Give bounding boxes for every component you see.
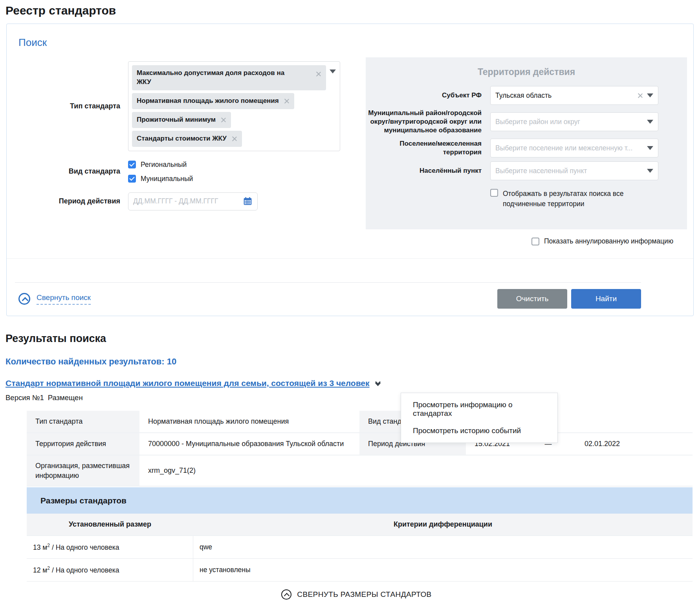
result-actions-menu: Просмотреть информацию о стандартах Прос… bbox=[401, 393, 558, 443]
type-tag: Максимально допустимая доля расходов на … bbox=[132, 65, 326, 90]
chevron-down-icon[interactable] bbox=[647, 120, 653, 124]
search-section-title: Поиск bbox=[18, 37, 47, 49]
district-select[interactable]: Выберите район или округ bbox=[490, 112, 658, 131]
collapse-search-link[interactable]: Свернуть поиск bbox=[18, 293, 91, 305]
result-header-row: Стандарт нормативной площади жилого поме… bbox=[5, 379, 700, 388]
settlement-placeholder: Выберите поселение или межселенную т... bbox=[495, 144, 643, 152]
standard-type-label: Тип стандарта bbox=[14, 102, 120, 111]
menu-item-view-event-history[interactable]: Просмотреть историю событий bbox=[401, 422, 557, 439]
type-tag: Стандарты стоимости ЖКУ bbox=[132, 131, 242, 147]
collapse-sizes-link[interactable]: СВЕРНУТЬ РАЗМЕРЫ СТАНДАРТОВ bbox=[27, 589, 686, 600]
info-type-value: Нормативная площадь жилого помещения bbox=[139, 411, 359, 433]
checkbox-regional[interactable]: Региональный bbox=[128, 161, 193, 169]
results-title: Результаты поиска bbox=[5, 333, 700, 345]
settlement-select[interactable]: Выберите поселение или межселенную т... bbox=[490, 139, 658, 157]
subject-select[interactable]: Тульская область bbox=[490, 86, 658, 105]
subject-label: Субъект РФ bbox=[366, 91, 482, 100]
divider bbox=[15, 282, 641, 283]
remove-tag-icon[interactable] bbox=[231, 136, 237, 142]
sizes-row: 12 м2 / На одного человека не установлен… bbox=[27, 559, 693, 582]
clear-button[interactable]: Очистить bbox=[497, 289, 567, 309]
checkbox-unchecked-icon[interactable] bbox=[531, 238, 539, 245]
checkbox-checked-icon[interactable] bbox=[128, 161, 136, 168]
chevron-down-icon[interactable] bbox=[647, 146, 653, 150]
find-button[interactable]: Найти bbox=[571, 289, 641, 309]
circle-chevron-up-icon[interactable] bbox=[18, 293, 30, 305]
checkbox-checked-icon[interactable] bbox=[128, 175, 136, 183]
standard-type-multiselect[interactable]: Максимально допустимая доля расходов на … bbox=[128, 61, 340, 151]
period-to: 02.01.2022 bbox=[585, 439, 620, 448]
version-label: Версия №1 bbox=[5, 393, 44, 402]
info-table: Тип стандарта Нормативная площадь жилого… bbox=[27, 411, 693, 487]
search-form-left: Тип стандарта Максимально допустимая дол… bbox=[14, 61, 359, 220]
search-footer: Свернуть поиск Очистить Найти bbox=[18, 288, 641, 310]
clear-icon[interactable] bbox=[637, 93, 643, 99]
size-value: 12 м2 / На одного человека bbox=[27, 559, 193, 582]
type-tag: Прожиточный минимум bbox=[132, 112, 231, 128]
collapse-sizes-label: СВЕРНУТЬ РАЗМЕРЫ СТАНДАРТОВ bbox=[297, 590, 431, 599]
remove-tag-icon[interactable] bbox=[220, 117, 226, 123]
subject-row: Субъект РФ Тульская область bbox=[366, 86, 687, 105]
chevron-down-icon[interactable] bbox=[647, 93, 653, 97]
standard-kind-options: Региональный Муниципальный bbox=[128, 161, 193, 183]
type-tag-label: Максимально допустимая доля расходов на … bbox=[137, 69, 290, 87]
standard-type-row: Тип стандарта Максимально допустимая дол… bbox=[14, 61, 359, 151]
sizes-col-criteria: Критерии дифференциации bbox=[193, 514, 693, 535]
chevron-down-icon[interactable] bbox=[647, 169, 653, 173]
district-row: Муниципальный район/городской округ/внут… bbox=[366, 109, 687, 135]
annulled-info-checkbox[interactable]: Показать аннулированную информацию bbox=[531, 237, 673, 245]
sizes-section-title: Размеры стандартов bbox=[27, 487, 693, 514]
sizes-col-size: Установленный размер bbox=[27, 514, 193, 535]
type-tag-label: Нормативная площадь жилого помещения bbox=[137, 97, 279, 106]
chevron-down-icon[interactable] bbox=[330, 70, 336, 73]
checkbox-label: Муниципальный bbox=[141, 175, 193, 183]
collapse-search-label: Свернуть поиск bbox=[37, 293, 91, 305]
period-placeholder: ДД.ММ.ГГГГ - ДД.ММ.ГГГГ bbox=[133, 197, 240, 205]
result-link[interactable]: Стандарт нормативной площади жилого поме… bbox=[5, 379, 370, 388]
checkbox-label: Показать аннулированную информацию bbox=[544, 237, 673, 245]
menu-item-view-standards-info[interactable]: Просмотреть информацию о стандартах bbox=[401, 396, 557, 422]
standard-kind-row: Вид стандарта Региональный Муниципальный bbox=[14, 161, 359, 183]
type-tag: Нормативная площадь жилого помещения bbox=[132, 93, 294, 109]
sizes-row: 13 м2 / На одного человека qwe bbox=[27, 536, 693, 559]
info-territory-value: 70000000 - Муниципальные образования Тул… bbox=[139, 433, 359, 456]
criteria-value: qwe bbox=[193, 536, 693, 559]
calendar-icon[interactable] bbox=[243, 196, 253, 206]
sizes-header-row: Установленный размер Критерии дифференци… bbox=[27, 514, 693, 536]
info-org-value: xrm_ogv_71(2) bbox=[139, 456, 693, 487]
settlement-label: Поселение/межселенная территория bbox=[366, 139, 482, 157]
size-value: 13 м2 / На одного человека bbox=[27, 536, 193, 559]
checkbox-municipal[interactable]: Муниципальный bbox=[128, 175, 193, 183]
status-badge: Размещен bbox=[48, 393, 83, 402]
criteria-value: не установлены bbox=[193, 559, 693, 582]
checkbox-unchecked-icon[interactable] bbox=[490, 189, 498, 197]
district-label: Муниципальный район/городской округ/внут… bbox=[366, 109, 482, 135]
standard-kind-label: Вид стандарта bbox=[14, 167, 120, 176]
settlement-row: Поселение/межселенная территория Выберит… bbox=[366, 139, 687, 157]
version-row: Версия №1 Размещен bbox=[5, 393, 700, 402]
subordinate-territories-checkbox[interactable]: Отображать в результатах поиска все подч… bbox=[490, 189, 658, 209]
period-range-input[interactable]: ДД.ММ.ГГГГ - ДД.ММ.ГГГГ bbox=[128, 192, 258, 210]
period-label: Период действия bbox=[14, 197, 120, 206]
locality-select[interactable]: Выберите населенный пункт bbox=[490, 161, 658, 180]
district-placeholder: Выберите район или округ bbox=[495, 118, 643, 126]
remove-tag-icon[interactable] bbox=[284, 98, 290, 104]
divider bbox=[7, 258, 693, 259]
circle-chevron-up-icon bbox=[281, 589, 291, 600]
info-type-label: Тип стандарта bbox=[27, 411, 139, 433]
remove-tag-icon[interactable] bbox=[315, 71, 321, 77]
territory-title: Территория действия bbox=[366, 67, 687, 77]
subject-value: Тульская область bbox=[495, 91, 633, 100]
locality-row: Населённый пункт Выберите населенный пун… bbox=[366, 161, 687, 180]
result-card: Тип стандарта Нормативная площадь жилого… bbox=[27, 411, 693, 582]
page-title: Реестр стандартов bbox=[0, 0, 700, 24]
territory-panel: Территория действия Субъект РФ Тульская … bbox=[366, 57, 687, 229]
info-territory-label: Территория действия bbox=[27, 433, 139, 456]
locality-placeholder: Выберите населенный пункт bbox=[495, 167, 643, 175]
results-count: Количество найденных результатов: 10 bbox=[5, 357, 700, 367]
period-row: Период действия ДД.ММ.ГГГГ - ДД.ММ.ГГГГ bbox=[14, 192, 359, 210]
double-chevron-down-icon[interactable] bbox=[376, 380, 380, 385]
type-tag-label: Прожиточный минимум bbox=[137, 115, 216, 124]
checkbox-label: Отображать в результатах поиска все подч… bbox=[503, 189, 658, 209]
checkbox-label: Региональный bbox=[141, 161, 187, 169]
